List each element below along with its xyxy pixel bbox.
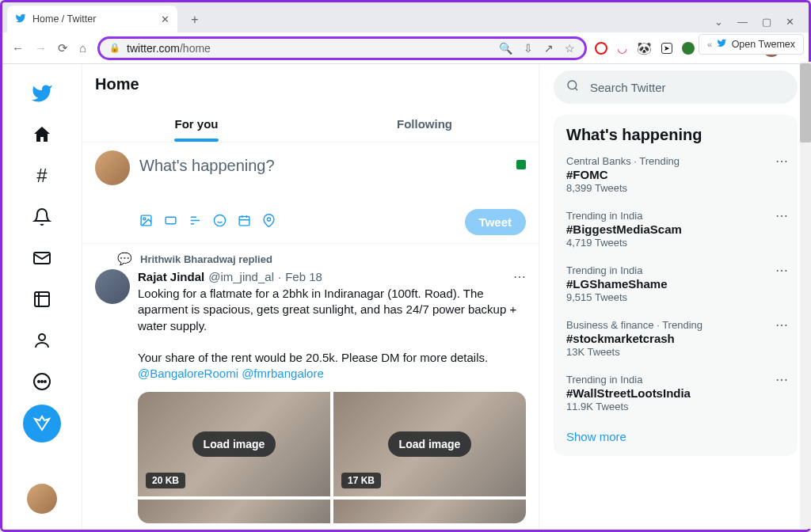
mention-link[interactable]: @fmrbangalore xyxy=(242,367,324,380)
twemex-label: Open Twemex xyxy=(732,39,795,50)
ext-send-icon[interactable]: ➤ xyxy=(661,43,672,54)
home-button[interactable]: ⌂ xyxy=(79,41,86,55)
media-icon[interactable] xyxy=(139,214,153,231)
trend-more-icon[interactable]: ⋯ xyxy=(775,263,788,278)
composer-tools xyxy=(139,214,276,231)
back-button[interactable]: ← xyxy=(12,41,24,55)
chevron-down-icon[interactable]: ⌄ xyxy=(714,16,723,28)
ext-green-icon[interactable] xyxy=(682,42,695,55)
svg-rect-9 xyxy=(166,217,176,224)
twitter-logo-icon[interactable] xyxy=(24,75,60,112)
nav-profile[interactable] xyxy=(24,322,60,359)
svg-point-12 xyxy=(267,217,270,220)
forward-button: → xyxy=(35,41,47,55)
trends-title: What's happening xyxy=(554,126,798,147)
main-timeline: Home For you Following What's happening? xyxy=(82,64,539,531)
browser-chrome: Home / Twitter ✕ + ⌄ — ▢ ✕ ← → ⟳ ⌂ 🔒 twi… xyxy=(2,2,809,64)
nav-bookmarks[interactable] xyxy=(24,281,60,317)
nav-messages[interactable] xyxy=(24,240,60,276)
compose-tweet-button[interactable] xyxy=(23,405,61,443)
show-more-link[interactable]: Show more xyxy=(554,420,798,453)
tab-title: Home / Twitter xyxy=(32,13,96,25)
svg-point-13 xyxy=(568,81,577,89)
svg-rect-1 xyxy=(35,292,49,306)
trend-item[interactable]: Trending in India #LGShameShame 9,515 Tw… xyxy=(554,256,798,311)
page-scrollbar[interactable] xyxy=(800,62,811,529)
window-minimize-icon[interactable]: — xyxy=(737,16,748,28)
search-icon[interactable]: 🔍 xyxy=(499,42,512,55)
load-image-button[interactable]: Load image xyxy=(192,431,276,457)
emoji-icon[interactable] xyxy=(213,214,227,231)
media-image[interactable]: Load image 20 KB xyxy=(138,392,330,496)
timeline-tweet[interactable]: 💬 Hrithwik Bharadwaj replied Rajat Jinda… xyxy=(82,244,539,531)
poll-icon[interactable] xyxy=(188,214,202,231)
trend-more-icon[interactable]: ⋯ xyxy=(775,208,788,223)
trend-item[interactable]: Trending in India #WallStreetLootsIndia … xyxy=(554,366,798,420)
svg-point-8 xyxy=(143,217,146,219)
nav-buttons: ← → ⟳ ⌂ xyxy=(9,41,89,55)
lock-icon: 🔒 xyxy=(109,43,120,53)
schedule-icon[interactable] xyxy=(238,214,251,231)
window-close-icon[interactable]: ✕ xyxy=(786,16,794,28)
nav-more[interactable] xyxy=(24,363,60,400)
twitter-favicon-icon xyxy=(15,13,26,26)
url-text: twitter.com/home xyxy=(127,42,211,55)
post-date[interactable]: Feb 18 xyxy=(285,270,322,283)
address-bar-row: ← → ⟳ ⌂ 🔒 twitter.com/home 🔍 ⇩ ↗ ☆ ◡ 🐼 ➤… xyxy=(2,32,809,64)
load-image-button[interactable]: Load image xyxy=(388,431,472,457)
gif-icon[interactable] xyxy=(164,214,177,231)
address-bar[interactable]: 🔒 twitter.com/home 🔍 ⇩ ↗ ☆ xyxy=(97,36,587,60)
composer-placeholder[interactable]: What's happening? xyxy=(139,150,275,175)
nav-sidebar: # xyxy=(2,64,82,531)
twemex-popup[interactable]: « Open Twemex xyxy=(699,34,804,55)
url-actions: 🔍 ⇩ ↗ ☆ xyxy=(499,42,575,55)
tab-close-icon[interactable]: ✕ xyxy=(161,13,169,25)
ext-ninja-icon[interactable]: 🐼 xyxy=(637,41,652,55)
media-image[interactable] xyxy=(333,500,526,523)
right-sidebar: Search Twitter What's happening Central … xyxy=(539,64,809,531)
scroll-thumb[interactable] xyxy=(800,63,811,142)
trend-item[interactable]: Business & finance · Trending #stockmark… xyxy=(554,311,798,366)
ext-pocket-icon[interactable]: ◡ xyxy=(617,41,627,55)
post-more-icon[interactable]: ⋯ xyxy=(513,269,526,284)
svg-point-2 xyxy=(39,334,45,340)
mention-link[interactable]: @BangaloreRoomi xyxy=(138,367,238,380)
timeline-tabs: For you Following xyxy=(82,106,539,142)
nav-explore[interactable]: # xyxy=(24,158,60,194)
ext-adblock-icon[interactable] xyxy=(595,42,607,55)
svg-point-4 xyxy=(38,381,40,382)
location-icon[interactable] xyxy=(262,214,276,231)
tab-for-you[interactable]: For you xyxy=(82,106,310,142)
trend-item[interactable]: Trending in India #BiggestMediaScam 4,71… xyxy=(554,202,798,256)
trend-more-icon[interactable]: ⋯ xyxy=(775,154,788,169)
bird-icon xyxy=(717,38,727,51)
composer-avatar-icon xyxy=(95,150,130,185)
social-context: 💬 Hrithwik Bharadwaj replied xyxy=(95,252,526,266)
trend-more-icon[interactable]: ⋯ xyxy=(775,372,788,387)
svg-point-5 xyxy=(41,381,43,382)
new-tab-button[interactable]: + xyxy=(184,9,206,31)
post-avatar-icon[interactable] xyxy=(95,269,130,304)
browser-tab[interactable]: Home / Twitter ✕ xyxy=(7,6,177,32)
file-size-badge: 20 KB xyxy=(146,473,185,488)
bookmark-icon[interactable]: ☆ xyxy=(565,42,575,55)
trend-item[interactable]: Central Banks · Trending #FOMC 8,399 Twe… xyxy=(554,147,798,202)
tweet-button[interactable]: Tweet xyxy=(465,209,526,235)
reload-button[interactable]: ⟳ xyxy=(58,41,68,55)
privacy-indicator-icon[interactable] xyxy=(516,160,526,169)
tweet-composer: What's happening? Tweet xyxy=(82,142,539,244)
nav-notifications[interactable] xyxy=(24,199,60,235)
media-image[interactable] xyxy=(138,500,330,523)
window-maximize-icon[interactable]: ▢ xyxy=(762,16,771,28)
author-handle[interactable]: @im_jind_al xyxy=(208,270,274,283)
trend-more-icon[interactable]: ⋯ xyxy=(775,317,788,332)
author-name[interactable]: Rajat Jindal xyxy=(138,270,204,283)
tab-following[interactable]: Following xyxy=(310,106,539,142)
nav-home[interactable] xyxy=(24,116,60,153)
page-title: Home xyxy=(82,64,539,93)
search-input[interactable]: Search Twitter xyxy=(554,70,798,104)
account-menu[interactable] xyxy=(24,481,60,517)
install-icon[interactable]: ⇩ xyxy=(524,42,533,55)
share-icon[interactable]: ↗ xyxy=(544,42,554,55)
media-image[interactable]: Load image 17 KB xyxy=(333,392,526,496)
